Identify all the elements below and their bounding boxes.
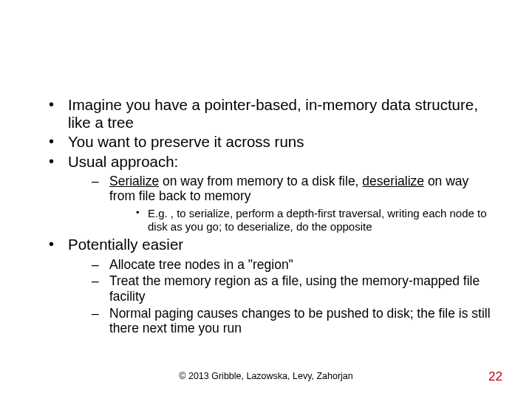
bullet-text: Normal paging causes changes to be pushe… (109, 306, 491, 336)
bullet-text: Treat the memory region as a file, using… (109, 273, 480, 304)
bullet-text: Allocate tree nodes in a "region" (109, 257, 293, 272)
bullet-list: Imagine you have a pointer-based, in-mem… (43, 96, 497, 336)
sub-bullet-list: Serialize on way from memory to a disk f… (68, 174, 497, 233)
sub-sub-bullet-list: E.g. , to serialize, perform a depth-fir… (109, 207, 497, 233)
bullet-text: Potentially easier (68, 236, 183, 253)
bullet-item: Potentially easier Allocate tree nodes i… (43, 236, 497, 335)
bullet-text: Imagine you have a pointer-based, in-mem… (68, 96, 478, 131)
bullet-text: You want to preserve it across runs (68, 133, 304, 150)
sub-sub-bullet-item: E.g. , to serialize, perform a depth-fir… (132, 207, 497, 233)
bullet-item: Usual approach: Serialize on way from me… (43, 153, 497, 233)
sub-bullet-item: Treat the memory region as a file, using… (87, 273, 497, 304)
sub-bullet-list: Allocate tree nodes in a "region" Treat … (68, 257, 497, 336)
bullet-text: E.g. , to serialize, perform a depth-fir… (148, 207, 487, 233)
slide: Imagine you have a pointer-based, in-mem… (0, 0, 532, 399)
bullet-text: Usual approach: (68, 153, 178, 170)
sub-bullet-item: Serialize on way from memory to a disk f… (87, 174, 497, 233)
sub-bullet-item: Normal paging causes changes to be pushe… (87, 306, 497, 336)
bullet-item: Imagine you have a pointer-based, in-mem… (43, 96, 497, 132)
content-area: Imagine you have a pointer-based, in-mem… (43, 96, 497, 339)
sub-bullet-item: Allocate tree nodes in a "region" (87, 257, 497, 273)
bullet-text: on way from memory to a disk file, (159, 174, 362, 188)
footer-copyright: © 2013 Gribble, Lazowska, Levy, Zahorjan (0, 371, 532, 381)
bullet-item: You want to preserve it across runs (43, 133, 497, 151)
underline-text: deserialize (362, 174, 424, 188)
underline-text: Serialize (109, 174, 159, 188)
page-number: 22 (488, 369, 502, 384)
